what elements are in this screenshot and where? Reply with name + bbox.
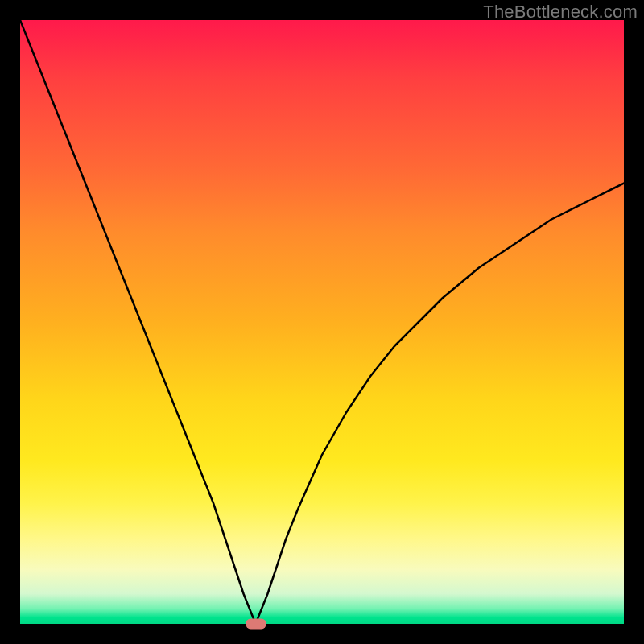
curve-svg	[20, 20, 624, 624]
plot-area	[20, 20, 624, 624]
curve-right-branch	[256, 184, 625, 625]
curve-left-branch	[20, 20, 256, 624]
optimum-marker	[246, 619, 266, 630]
chart-container: TheBottleneck.com	[0, 0, 644, 644]
